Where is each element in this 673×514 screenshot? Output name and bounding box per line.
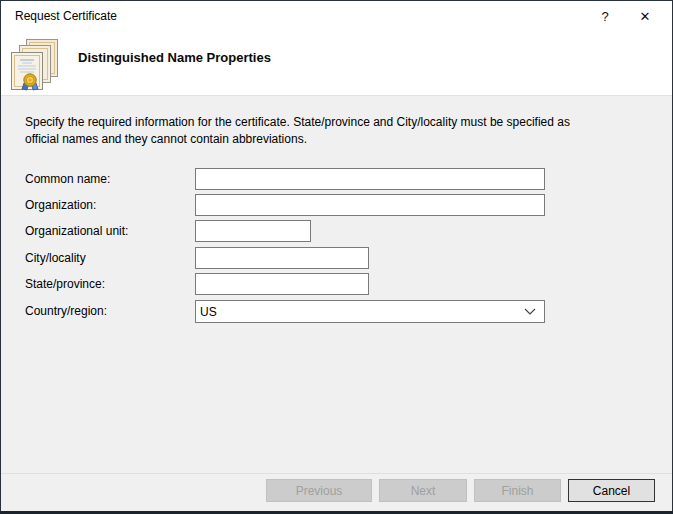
cancel-button[interactable]: Cancel bbox=[568, 479, 655, 502]
page-title: Distinguished Name Properties bbox=[78, 50, 271, 65]
country-region-combobox[interactable]: US bbox=[195, 300, 545, 323]
certificates-icon bbox=[11, 39, 59, 91]
help-icon: ? bbox=[601, 9, 608, 24]
city-locality-label: City/locality bbox=[25, 251, 86, 265]
window-title: Request Certificate bbox=[15, 9, 117, 23]
organization-label: Organization: bbox=[25, 198, 96, 212]
country-region-value: US bbox=[200, 305, 217, 319]
wizard-header: Distinguished Name Properties bbox=[1, 31, 672, 96]
city-locality-input[interactable] bbox=[195, 247, 369, 269]
help-button[interactable]: ? bbox=[585, 1, 625, 31]
city-locality-row: City/locality bbox=[1, 247, 672, 271]
organization-input[interactable] bbox=[195, 194, 545, 216]
next-button: Next bbox=[379, 479, 467, 502]
common-name-row: Common name: bbox=[1, 168, 672, 192]
chevron-down-icon bbox=[524, 308, 536, 315]
titlebar[interactable]: Request Certificate ? ✕ bbox=[1, 1, 672, 31]
organizational-unit-input[interactable] bbox=[195, 220, 311, 242]
finish-button: Finish bbox=[474, 479, 561, 502]
button-bar: Previous Next Finish Cancel bbox=[1, 473, 672, 511]
country-region-label: Country/region: bbox=[25, 304, 107, 318]
close-button[interactable]: ✕ bbox=[625, 1, 665, 31]
previous-button: Previous bbox=[266, 479, 372, 502]
country-region-row: Country/region: US bbox=[1, 300, 672, 324]
screen-background: { "window": { "title": "Request Certific… bbox=[0, 0, 673, 514]
common-name-input[interactable] bbox=[195, 168, 545, 190]
state-province-input[interactable] bbox=[195, 273, 369, 295]
instructions-text: Specify the required information for the… bbox=[25, 114, 605, 148]
titlebar-buttons: ? ✕ bbox=[585, 1, 665, 31]
common-name-label: Common name: bbox=[25, 172, 110, 186]
request-certificate-dialog: Request Certificate ? ✕ bbox=[0, 0, 673, 511]
close-icon: ✕ bbox=[640, 9, 651, 24]
organizational-unit-row: Organizational unit: bbox=[1, 220, 672, 244]
organization-row: Organization: bbox=[1, 194, 672, 218]
state-province-label: State/province: bbox=[25, 277, 105, 291]
organizational-unit-label: Organizational unit: bbox=[25, 224, 128, 238]
state-province-row: State/province: bbox=[1, 273, 672, 297]
